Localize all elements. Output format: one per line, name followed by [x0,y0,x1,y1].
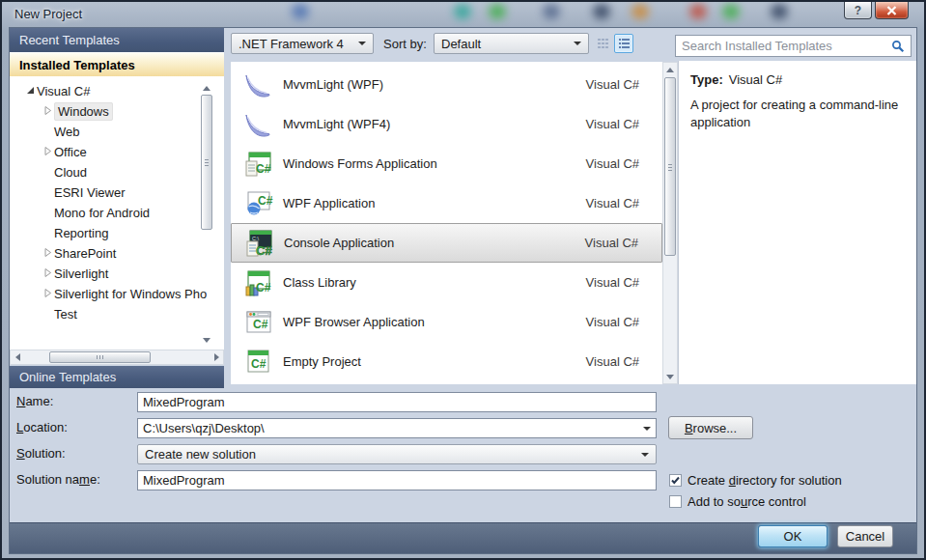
tree-item-web[interactable]: Web [10,122,224,142]
checkmark-icon [670,475,681,486]
template-row-windows-forms-application[interactable]: C#Windows Forms ApplicationVisual C# [231,144,662,183]
close-button[interactable] [875,2,909,19]
titlebar-glass-smudge [489,4,506,19]
create-directory-checkbox[interactable] [669,474,682,487]
chevron-down-icon [358,42,366,45]
svg-text:C#: C# [251,357,267,371]
scroll-left-button[interactable] [11,350,24,364]
collapsed-arrow-icon[interactable] [41,284,54,304]
tree-item-label: Reporting [54,226,108,240]
location-dropdown-button[interactable] [638,420,655,436]
tree-item-silverlight[interactable]: Silverlight [10,264,224,284]
tree-item-cloud[interactable]: Cloud [10,162,224,182]
scroll-down-button[interactable] [663,370,677,383]
tree-item-office[interactable]: Office [10,142,224,162]
template-language: Visual C# [586,196,639,210]
tree-item-label: Windows [54,102,113,121]
recent-templates-header[interactable]: Recent Templates [10,28,224,52]
template-row-empty-project[interactable]: C#Empty ProjectVisual C# [231,342,662,381]
create-directory-row: Create directory for solution [669,473,842,488]
close-icon [886,6,897,15]
collapsed-arrow-icon[interactable] [41,243,54,264]
template-description: A project for creating a command-line ap… [690,97,914,130]
add-source-control-checkbox[interactable] [669,495,682,508]
tree-item-mono-for-android[interactable]: Mono for Android [10,203,224,223]
titlebar-glass-smudge [454,4,471,19]
scroll-up-button[interactable] [200,81,213,95]
solution-dropdown[interactable]: Create new solution [137,444,657,464]
location-input[interactable] [137,418,657,438]
chevron-down-icon [641,453,649,457]
create-directory-label: Create directory for solution [687,473,842,488]
installed-templates-header[interactable]: Installed Templates [10,52,224,76]
add-source-control-row: Add to source control [669,494,806,509]
template-name: Class Library [283,275,586,290]
search-input[interactable] [682,39,891,53]
winforms-app-icon: C# [242,149,273,180]
template-row-mvvmlight-wpf[interactable]: MvvmLight (WPF)Visual C# [231,65,662,104]
chevron-down-icon [574,42,581,45]
tree-vertical-scrollbar[interactable] [200,81,215,347]
template-row-mvvmlight-wpf4[interactable]: MvvmLight (WPF4)Visual C# [231,104,662,144]
tree-item-label: SharePoint [54,246,116,261]
template-row-class-library[interactable]: C#Class LibraryVisual C# [231,263,662,302]
ok-button[interactable]: OK [758,525,828,547]
collapsed-arrow-icon[interactable] [41,101,54,122]
tree-item-test[interactable]: Test [10,304,224,324]
titlebar[interactable]: New Project [2,2,924,27]
list-vertical-scrollbar[interactable] [662,62,678,384]
template-name: WPF Application [283,196,586,210]
search-icon[interactable] [891,40,905,53]
solution-name-input[interactable] [137,470,657,490]
sortby-dropdown[interactable]: Default [434,33,589,54]
tree-item-silverlight-for-windows-pho[interactable]: Silverlight for Windows Pho [10,284,224,304]
name-input[interactable] [137,392,657,412]
expanded-arrow-icon[interactable] [23,81,37,101]
type-value: Visual C# [729,72,782,87]
collapsed-arrow-icon[interactable] [41,264,54,284]
tree-item-visual-c[interactable]: Visual C# [10,81,224,101]
online-templates-header[interactable]: Online Templates [10,366,224,388]
template-row-wpf-application[interactable]: C#WPF ApplicationVisual C# [231,183,662,223]
titlebar-glass-smudge [631,4,649,19]
help-button[interactable]: ? [844,2,872,19]
new-project-dialog: New Project ? Recent Templates Installed… [0,0,926,560]
scroll-right-button[interactable] [210,350,223,364]
wpf-browser-app-icon: C# [242,307,273,338]
tree-item-reporting[interactable]: Reporting [10,223,224,243]
tree-item-label: Mono for Android [54,206,150,220]
template-language: Visual C# [586,354,639,369]
mvvmlight-feather-icon [242,109,273,140]
location-label: Location: [16,418,68,437]
scroll-up-button[interactable] [663,63,677,76]
template-language: Visual C# [586,156,639,171]
template-name: WPF Browser Application [283,315,586,329]
scroll-thumb[interactable] [664,77,676,256]
tree-item-esri-viewer[interactable]: ESRI Viewer [10,182,224,203]
small-icons-view-icon [597,38,609,50]
list-view-button[interactable] [614,34,633,53]
svg-text:C#: C# [258,194,273,208]
template-row-wpf-browser-application[interactable]: C#WPF Browser ApplicationVisual C# [231,302,662,342]
framework-dropdown[interactable]: .NET Framework 4 [231,33,374,54]
titlebar-glass-smudge [292,4,309,19]
scroll-thumb[interactable] [49,351,151,363]
cancel-button[interactable]: Cancel [837,525,893,547]
tree-horizontal-scrollbar[interactable] [10,350,224,365]
class-library-icon: C# [242,267,273,298]
template-name: Empty Project [283,354,586,369]
svg-text:C#: C# [256,281,271,294]
template-list: MvvmLight (WPF)Visual C#MvvmLight (WPF4)… [231,62,662,384]
collapsed-arrow-icon[interactable] [41,142,54,162]
empty-project-icon: C# [242,347,273,378]
scroll-down-button[interactable] [200,333,213,347]
small-icons-view-button[interactable] [593,34,612,53]
template-row-console-application[interactable]: C:\C#Console ApplicationVisual C# [231,223,662,263]
scroll-thumb[interactable] [201,95,212,230]
browse-button[interactable]: Browse... [668,416,753,439]
tree-item-windows[interactable]: Windows [10,101,224,122]
template-language: Visual C# [586,117,639,131]
tree-item-sharepoint[interactable]: SharePoint [10,243,224,264]
list-view-icon [618,38,631,50]
tree-item-label: Visual C# [37,84,90,98]
